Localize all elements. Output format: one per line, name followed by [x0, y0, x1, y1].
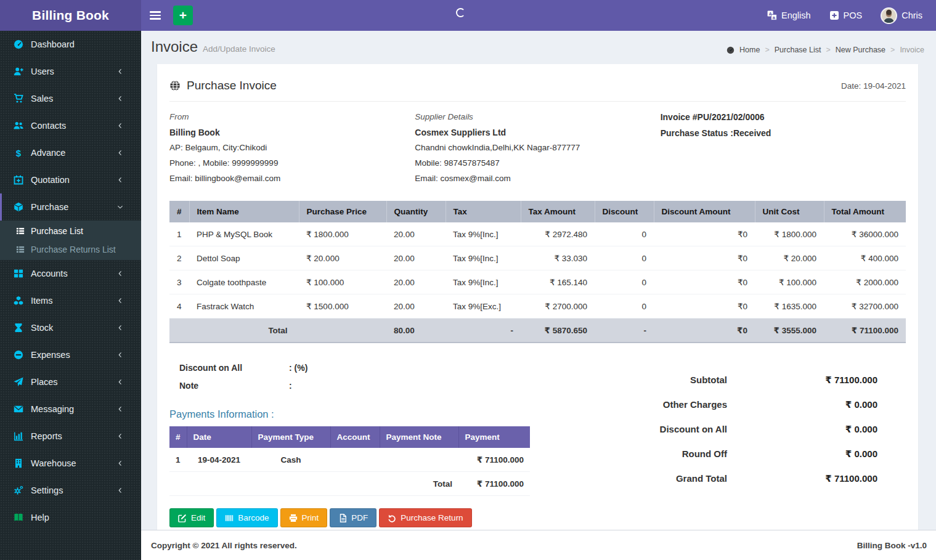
- calendar-plus-icon: [14, 175, 23, 185]
- app-logo[interactable]: Billing Book: [0, 0, 141, 31]
- items-table: # Item Name Purchase Price Quantity Tax …: [169, 201, 906, 343]
- pdf-file-icon: [338, 514, 347, 522]
- sidebar-item-sales[interactable]: Sales: [0, 85, 141, 112]
- main-content: InvoiceAdd/Update Invoice Home > Purchas…: [141, 31, 936, 560]
- copyright-text: Copyright © 2021 All rights reserved.: [151, 541, 297, 550]
- action-buttons: Edit Barcode Print PDF: [169, 508, 530, 527]
- barcode-icon: [225, 514, 234, 522]
- notes-and-payments: Discount on All : (%) Note : Payments In…: [169, 358, 530, 527]
- sidebar-toggle-button[interactable]: [141, 0, 169, 31]
- loading-spinner: [456, 8, 465, 17]
- from-block: From Billing Book AP: Belgaum, City:Chik…: [169, 112, 415, 189]
- edit-button[interactable]: Edit: [169, 508, 214, 527]
- breadcrumb-new-purchase[interactable]: New Purchase: [836, 46, 885, 54]
- sidebar-item-purchase[interactable]: Purchase: [0, 193, 141, 221]
- book-icon: [14, 513, 23, 522]
- summary-round-off: Round Off ₹ 0.000: [612, 448, 877, 460]
- chevron-left-icon: [116, 324, 124, 331]
- sidebar-item-contacts[interactable]: Contacts: [0, 112, 141, 139]
- barcode-button[interactable]: Barcode: [216, 508, 277, 527]
- sidebar-item-stock[interactable]: Stock: [0, 314, 141, 341]
- sidebar-item-places[interactable]: Places: [0, 368, 141, 396]
- card-title: Purchase Invoice: [169, 79, 277, 92]
- sidebar-item-dashboard[interactable]: Dashboard: [0, 31, 141, 58]
- chevron-left-icon: [116, 487, 124, 494]
- sidebar-item-warehouse[interactable]: Warehouse: [0, 450, 141, 477]
- sidebar-item-messaging[interactable]: Messaging: [0, 396, 141, 423]
- from-name: Billing Book: [169, 127, 415, 139]
- pos-menu[interactable]: POS: [829, 10, 863, 20]
- invoice-meta-block: Invoice #PU/2021/02/0006 Purchase Status…: [661, 112, 906, 189]
- user-menu[interactable]: Chris: [881, 7, 922, 24]
- chevron-left-icon: [116, 297, 124, 304]
- invoice-date: Date: 19-04-2021: [841, 81, 906, 91]
- sidebar-item-expenses[interactable]: Expenses: [0, 341, 141, 368]
- chevron-down-icon: [116, 203, 124, 211]
- quick-add-button[interactable]: +: [173, 6, 193, 25]
- note-label: Note: [179, 381, 289, 391]
- sidebar-item-purchase-returns-list[interactable]: Purchase Returns List: [0, 240, 141, 259]
- cube-icon: [14, 202, 23, 212]
- chevron-left-icon: [116, 95, 124, 102]
- summary-grand-total: Grand Total ₹ 71100.000: [612, 473, 877, 485]
- table-row: 2 Dettol Soap ₹ 20.000 20.00 Tax 9%[Inc.…: [169, 246, 906, 270]
- envelope-icon: [14, 404, 23, 414]
- chevron-left-icon: [116, 270, 124, 277]
- gauge-icon: [14, 39, 23, 49]
- sidebar-item-purchase-list[interactable]: Purchase List: [0, 222, 141, 240]
- items-total-row: Total 80.00 - ₹ 5870.650 - ₹0 ₹ 3555.000…: [169, 319, 906, 343]
- avatar: [881, 7, 897, 24]
- hourglass-icon: [14, 323, 23, 333]
- edit-icon: [178, 514, 187, 522]
- chevron-left-icon: [116, 176, 124, 184]
- supplier-name: Cosmex Suppliers Ltd: [415, 127, 660, 139]
- sidebar: Dashboard Users Sales Contacts Advance Q…: [0, 31, 141, 560]
- pos-label: POS: [844, 10, 863, 20]
- list-icon: [16, 245, 25, 254]
- users-icon: [14, 121, 23, 131]
- content-header: InvoiceAdd/Update Invoice Home > Purchas…: [141, 31, 936, 62]
- pdf-button[interactable]: PDF: [330, 508, 376, 527]
- notes-block: Discount on All : (%) Note :: [169, 358, 530, 401]
- chevron-left-icon: [116, 432, 124, 440]
- chevron-left-icon: [116, 149, 124, 156]
- print-button[interactable]: Print: [280, 508, 328, 527]
- sidebar-item-items[interactable]: Items: [0, 287, 141, 314]
- user-plus-icon: [14, 67, 23, 76]
- payments-heading: Payments Information :: [169, 408, 530, 420]
- gears-icon: [14, 485, 23, 495]
- sidebar-item-advance[interactable]: Advance: [0, 139, 141, 166]
- sidebar-item-accounts[interactable]: Accounts: [0, 260, 141, 287]
- purchase-status: Purchase Status :Received: [661, 128, 906, 140]
- summary-discount-on-all: Discount on All ₹ 0.000: [612, 423, 877, 436]
- purchase-return-button[interactable]: Purchase Return: [379, 508, 471, 527]
- breadcrumb-purchase-list[interactable]: Purchase List: [775, 46, 821, 54]
- top-navbar: Billing Book + English POS Chris: [0, 0, 936, 31]
- sidebar-item-users[interactable]: Users: [0, 58, 141, 85]
- from-address: AP: Belgaum, City:Chikodi: [169, 142, 415, 154]
- totals-column: Subtotal ₹ 71100.000 Other Charges ₹ 0.0…: [530, 358, 906, 527]
- dollar-icon: [14, 148, 23, 158]
- breadcrumb-invoice: Invoice: [900, 46, 924, 54]
- sidebar-item-reports[interactable]: Reports: [0, 423, 141, 450]
- chevron-left-icon: [116, 68, 124, 75]
- items-header-row: # Item Name Purchase Price Quantity Tax …: [169, 201, 906, 222]
- page-subtitle: Add/Update Invoice: [203, 44, 275, 54]
- bar-chart-icon: [14, 431, 23, 441]
- chevron-left-icon: [116, 460, 124, 467]
- minus-circle-icon: [14, 350, 23, 360]
- gauge-icon: [726, 46, 735, 54]
- globe-icon: [169, 80, 181, 91]
- sidebar-item-quotation[interactable]: Quotation: [0, 166, 141, 193]
- card-title-row: Purchase Invoice Date: 19-04-2021: [169, 75, 906, 102]
- breadcrumb-home[interactable]: Home: [739, 46, 760, 54]
- summary-other-charges: Other Charges ₹ 0.000: [612, 399, 877, 411]
- purchase-submenu: Purchase List Purchase Returns List: [0, 221, 141, 260]
- sidebar-item-settings[interactable]: Settings: [0, 477, 141, 504]
- language-menu[interactable]: English: [767, 10, 811, 20]
- supplier-block: Supplier Details Cosmex Suppliers Ltd Ch…: [415, 112, 660, 189]
- sidebar-item-help[interactable]: Help: [0, 504, 141, 531]
- invoice-parties: From Billing Book AP: Belgaum, City:Chik…: [169, 112, 906, 189]
- from-email: Email: billingbook@email.com: [169, 173, 415, 185]
- chevron-left-icon: [116, 378, 124, 386]
